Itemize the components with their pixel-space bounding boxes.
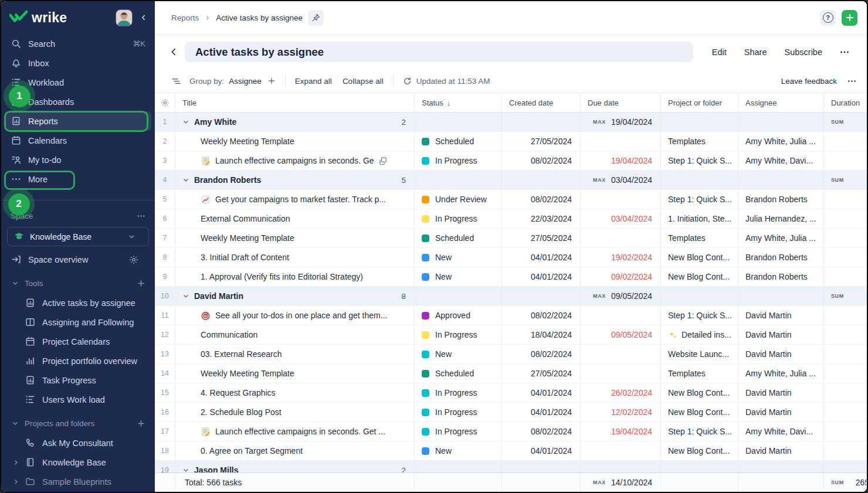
back-chevron-icon[interactable] bbox=[169, 47, 179, 57]
table-row[interactable]: 11See all your to-dos in one place and g… bbox=[155, 306, 867, 325]
sidebar-project-ask-my-consultant[interactable]: Ask My Consultant bbox=[1, 433, 155, 453]
reports-icon bbox=[10, 116, 22, 126]
copy-icon[interactable] bbox=[379, 157, 387, 165]
table-row[interactable]: 2Weekly Meeting TemplateScheduled27/05/2… bbox=[155, 132, 867, 151]
table-row[interactable]: 17Launch effective campaigns in seconds.… bbox=[155, 422, 867, 441]
sidebar-item-workload[interactable]: Workload bbox=[5, 73, 151, 92]
sidebar-item-inbox[interactable]: Inbox bbox=[5, 53, 151, 73]
pin-button[interactable] bbox=[308, 10, 324, 26]
row-number: 5 bbox=[155, 190, 175, 209]
subscribe-button[interactable]: Subscribe bbox=[785, 47, 822, 57]
workload-icon bbox=[10, 77, 22, 87]
create-new-button[interactable] bbox=[842, 10, 857, 26]
max-aggregate-label: MAX bbox=[593, 480, 606, 485]
sidebar-tool-task-progress[interactable]: Task Progress bbox=[1, 370, 155, 390]
projects-section-header[interactable]: Projects and folders bbox=[1, 413, 155, 433]
table-row[interactable]: 162. Schedule Blog PostIn Progress04/01/… bbox=[155, 403, 867, 422]
table-row[interactable]: 6External CommunicationIn Progress22/03/… bbox=[155, 209, 867, 229]
cell-created-date: 27/05/2024 bbox=[502, 364, 581, 383]
sidebar-tool-project-calendars[interactable]: Project Calendars bbox=[1, 332, 155, 351]
group-collapse-icon[interactable] bbox=[182, 118, 189, 125]
more-actions-icon[interactable] bbox=[840, 47, 849, 57]
report-title-input[interactable]: Active tasks by assignee bbox=[185, 42, 693, 62]
cell-project: Templates bbox=[661, 229, 738, 247]
group-collapse-icon[interactable] bbox=[182, 293, 189, 300]
group-by-value[interactable]: Assignee bbox=[229, 77, 262, 86]
group-by-icon[interactable] bbox=[171, 76, 181, 86]
column-settings-gear-icon[interactable] bbox=[161, 98, 169, 107]
refresh-icon[interactable] bbox=[403, 77, 412, 86]
sidebar-item-space-overview[interactable]: Space overview bbox=[1, 250, 155, 269]
expand-all-button[interactable]: Expand all bbox=[295, 77, 332, 86]
space-more-icon[interactable] bbox=[137, 212, 145, 220]
sidebar-collapse-icon[interactable] bbox=[140, 13, 148, 22]
leave-feedback-button[interactable]: Leave feedback bbox=[781, 77, 837, 86]
table-row[interactable]: 12CommunicationIn Progress18/04/202409/0… bbox=[155, 325, 867, 345]
report-table: Title Status↓ Created date Due date Proj… bbox=[155, 93, 867, 492]
add-project-icon[interactable] bbox=[137, 419, 145, 428]
cell-title: Weekly Meeting Template bbox=[175, 132, 415, 151]
project-name: New Blog Cont... bbox=[668, 407, 730, 417]
add-tool-icon[interactable] bbox=[137, 279, 145, 288]
table-row[interactable]: 91. Approval (Verify fits into Editorial… bbox=[155, 267, 867, 287]
share-button[interactable]: Share bbox=[744, 47, 767, 57]
avatar[interactable] bbox=[116, 9, 133, 26]
group-row[interactable]: 4Brandon Roberts5MAX03/04/2024SUM bbox=[155, 171, 867, 190]
column-header-project[interactable]: Project or folder bbox=[661, 93, 738, 112]
group-row[interactable]: 19Jason Mills2 bbox=[155, 461, 867, 472]
column-header-due-date[interactable]: Due date bbox=[581, 93, 661, 112]
cell-title: 3. Initial Draft of Content bbox=[175, 248, 415, 267]
sidebar-tool-active-tasks-by-assignee[interactable]: Active tasks by assignee bbox=[1, 293, 155, 312]
group-row[interactable]: 1Amy White2MAX19/04/2024SUM bbox=[155, 113, 867, 132]
table-row[interactable]: 7Weekly Meeting TemplateScheduled27/05/2… bbox=[155, 229, 867, 248]
cell-due-date bbox=[581, 461, 661, 472]
space-selector[interactable]: Knowledge Base bbox=[7, 227, 149, 246]
sidebar-item-search[interactable]: Search⌘K bbox=[5, 34, 151, 53]
sidebar-project-sample-blueprints[interactable]: Sample Blueprints bbox=[1, 472, 155, 491]
task-title: 0. Agree on Target Segment bbox=[201, 446, 303, 455]
group-by-label: Group by: bbox=[189, 77, 224, 86]
chevron-right-icon[interactable] bbox=[12, 478, 20, 485]
table-row[interactable]: 180. Agree on Target SegmentNew04/01/202… bbox=[155, 441, 867, 461]
tools-section-header[interactable]: Tools bbox=[1, 273, 155, 293]
table-row[interactable]: 83. Initial Draft of ContentNew04/01/202… bbox=[155, 248, 867, 267]
gear-icon[interactable] bbox=[128, 255, 139, 264]
column-header-status[interactable]: Status↓ bbox=[415, 93, 502, 112]
sidebar-tool-assigning-and-following[interactable]: Assigning and Following bbox=[1, 312, 155, 332]
sidebar-tool-project-portfolio-overview[interactable]: Project portfolio overview bbox=[1, 351, 155, 370]
table-row[interactable]: 5Get your campaigns to market faster. Tr… bbox=[155, 190, 867, 209]
sidebar-tool-label: Active tasks by assignee bbox=[42, 298, 135, 308]
column-header-created-date[interactable]: Created date bbox=[502, 93, 581, 112]
sidebar-item-dashboards[interactable]: Dashboards bbox=[5, 92, 151, 111]
cell-project bbox=[661, 171, 738, 189]
sidebar-item-calendars[interactable]: Calendars bbox=[5, 131, 151, 150]
collapse-all-button[interactable]: Collapse all bbox=[343, 77, 384, 86]
table-row[interactable]: 1303. External ResearchNew08/02/2024Webs… bbox=[155, 345, 867, 364]
chevron-right-icon[interactable] bbox=[12, 459, 20, 466]
column-header-duration[interactable]: Duration bbox=[824, 93, 867, 112]
column-header-title[interactable]: Title bbox=[175, 93, 415, 112]
group-collapse-icon[interactable] bbox=[182, 467, 189, 472]
cell-status bbox=[415, 461, 502, 472]
column-header-assignee[interactable]: Assignee bbox=[738, 93, 824, 112]
project-name: New Blog Cont... bbox=[668, 388, 730, 397]
table-row[interactable]: 3Launch effective campaigns in seconds. … bbox=[155, 151, 867, 171]
sidebar-project-knowledge-base[interactable]: Knowledge Base bbox=[1, 453, 155, 472]
group-collapse-icon[interactable] bbox=[182, 176, 189, 183]
project-name: 1. Initiation, Ste... bbox=[668, 214, 731, 223]
wrike-logo-text: wrike bbox=[32, 10, 67, 26]
sidebar-item-more[interactable]: More bbox=[5, 169, 151, 189]
edit-button[interactable]: Edit bbox=[712, 47, 727, 57]
group-row[interactable]: 10David Martin8MAX09/05/2024SUM bbox=[155, 287, 867, 306]
sidebar-item-my-to-do[interactable]: My to-do bbox=[5, 150, 151, 169]
add-grouping-icon[interactable] bbox=[267, 77, 276, 85]
due-date: 12/02/2024 bbox=[611, 407, 652, 417]
sidebar-tool-users-work-load[interactable]: Users Work load bbox=[1, 390, 155, 409]
sidebar-item-reports[interactable]: Reports bbox=[5, 111, 151, 131]
table-row[interactable]: 154. Request GraphicsIn Progress04/01/20… bbox=[155, 383, 867, 403]
toolbar-more-icon[interactable] bbox=[847, 77, 856, 86]
help-button[interactable]: ? bbox=[820, 10, 836, 26]
breadcrumb-reports[interactable]: Reports bbox=[171, 13, 199, 22]
table-row[interactable]: 14Weekly Meeting TemplateScheduled27/05/… bbox=[155, 364, 867, 383]
max-due-date: 14/10/2024 bbox=[611, 478, 652, 487]
